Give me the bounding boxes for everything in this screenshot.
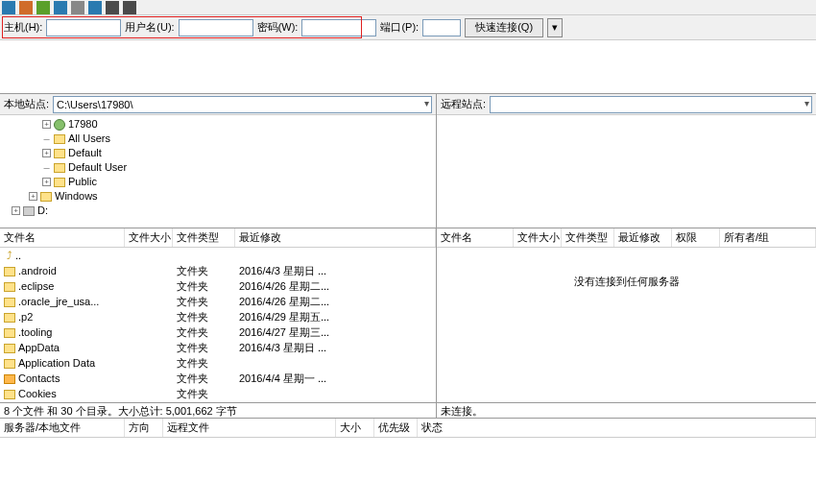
file-date: 2016/4/3 星期日 ... [235,264,436,278]
toolbar-icon[interactable] [19,1,33,14]
file-name: Application Data [18,357,95,369]
col-permissions[interactable]: 权限 [672,228,720,247]
folder-icon [4,298,15,307]
file-type: 系统文件夹 [173,402,235,403]
file-type: 文件夹 [173,310,235,324]
tree-label: D: [37,204,48,218]
col-priority[interactable]: 优先级 [374,419,418,437]
local-site-label: 本地站点: [4,97,49,111]
file-row[interactable]: .p2文件夹2016/4/29 星期五... [0,309,436,324]
tree-panels: 本地站点: C:\Users\17980\ +17980–All Users+D… [0,94,816,228]
col-remote-file[interactable]: 远程文件 [163,419,336,437]
file-row[interactable]: .eclipse文件夹2016/4/26 星期二... [0,278,436,294]
tree-label: Default User [68,160,127,175]
file-row[interactable]: Desktop系统文件夹2016/4/30 星期六 [0,401,436,402]
file-row[interactable]: AppData文件夹2016/4/3 星期日 ... [0,340,436,355]
file-type: 文件夹 [173,356,235,371]
pass-input[interactable] [301,19,376,36]
expand-icon[interactable]: + [42,149,51,157]
toolbar-icon[interactable] [88,1,102,14]
queue-header: 服务器/本地文件 方向 远程文件 大小 优先级 状态 [0,419,816,438]
toolbar-icon[interactable] [36,1,50,14]
file-type: 文件夹 [173,295,235,309]
tree-node[interactable]: +17980 [29,117,436,132]
file-type: 文件夹 [173,264,235,278]
expand-icon[interactable]: + [12,206,20,215]
tree-node[interactable]: +D: [12,204,436,218]
tree-label: All Users [68,132,110,146]
user-input[interactable] [179,19,253,36]
file-type: 文件夹 [173,387,235,401]
host-input[interactable] [46,19,121,36]
expand-icon[interactable]: + [42,120,51,129]
file-name: .oracle_jre_usa... [18,296,99,307]
tree-node[interactable]: –All Users [29,132,436,146]
local-panel: 本地站点: C:\Users\17980\ +17980–All Users+D… [0,94,437,228]
local-list-body[interactable]: ⤴...android文件夹2016/4/3 星期日 ....eclipse文件… [0,248,436,402]
quick-connect-button[interactable]: 快速连接(Q) [465,18,543,37]
remote-tree[interactable] [437,115,816,228]
folder-icon [4,359,15,369]
col-filesize[interactable]: 文件大小 [125,228,173,247]
expand-icon[interactable]: + [29,192,37,201]
col-filename[interactable]: 文件名 [0,228,125,247]
file-name: .eclipse [18,280,54,292]
file-row[interactable]: Cookies文件夹 [0,386,436,401]
file-date: 2016/4/26 星期二... [235,295,436,309]
toolbar-icon[interactable] [123,1,136,14]
remote-list-header: 文件名 文件大小 文件类型 最近修改 权限 所有者/组 [437,228,816,248]
col-modified[interactable]: 最近修改 [235,228,436,247]
col-status[interactable]: 状态 [418,419,816,437]
file-date: 2016/4/27 星期三... [235,325,436,340]
message-log[interactable] [0,40,816,94]
tree-label: Default [68,146,102,160]
col-owner[interactable]: 所有者/组 [720,228,816,247]
tree-node[interactable]: +Public [29,175,436,189]
remote-site-label: 远程站点: [441,97,486,111]
tree-label: 17980 [68,117,98,132]
toolbar-icon[interactable] [106,1,119,14]
queue-body[interactable] [0,438,816,476]
remote-path-row: 远程站点: [437,94,816,115]
file-name: .. [15,250,21,261]
remote-path-input[interactable] [490,96,812,113]
file-row[interactable]: .oracle_jre_usa...文件夹2016/4/26 星期二... [0,294,436,309]
local-path-input[interactable]: C:\Users\17980\ [53,96,432,113]
file-row[interactable]: .android文件夹2016/4/3 星期日 ... [0,263,436,278]
folder-icon [40,192,52,202]
col-filesize[interactable]: 文件大小 [514,228,562,247]
tree-node[interactable]: +Windows [29,189,436,204]
local-tree[interactable]: +17980–All Users+Default–Default User+Pu… [0,115,436,228]
file-row[interactable]: .tooling文件夹2016/4/27 星期三... [0,324,436,340]
file-row[interactable]: ⤴.. [0,248,436,263]
file-date: 2016/4/26 星期二... [235,279,436,294]
toolbar-icon[interactable] [2,1,15,14]
col-size[interactable]: 大小 [336,419,374,437]
folder-icon [54,134,65,144]
col-modified[interactable]: 最近修改 [614,228,672,247]
toolbar-icon[interactable] [71,1,84,14]
remote-empty-message: 没有连接到任何服务器 [437,275,816,289]
quick-connect-bar: 主机(H): 用户名(U): 密码(W): 端口(P): 快速连接(Q) ▾ [0,15,816,40]
file-name: .p2 [18,311,33,323]
col-filetype[interactable]: 文件类型 [173,228,235,247]
col-filetype[interactable]: 文件类型 [562,228,614,247]
quick-connect-dropdown[interactable]: ▾ [547,18,563,37]
tree-node[interactable]: +Default [29,146,436,160]
file-type: 文件夹 [173,372,235,386]
col-server-file[interactable]: 服务器/本地文件 [0,419,125,437]
toolbar-icon[interactable] [54,1,67,14]
file-date: 2016/4/3 星期日 ... [235,341,436,355]
main-toolbar [0,0,816,15]
col-direction[interactable]: 方向 [125,419,163,437]
file-date: 2016/4/4 星期一 ... [235,372,436,386]
file-name: .android [18,265,57,276]
port-input[interactable] [422,19,461,36]
tree-node[interactable]: –Default User [29,160,436,175]
folder-icon [54,149,65,158]
col-filename[interactable]: 文件名 [437,228,514,247]
expand-icon[interactable]: + [42,178,51,186]
file-row[interactable]: Contacts文件夹2016/4/4 星期一 ... [0,371,436,386]
folder-icon [54,178,65,187]
file-row[interactable]: Application Data文件夹 [0,355,436,371]
